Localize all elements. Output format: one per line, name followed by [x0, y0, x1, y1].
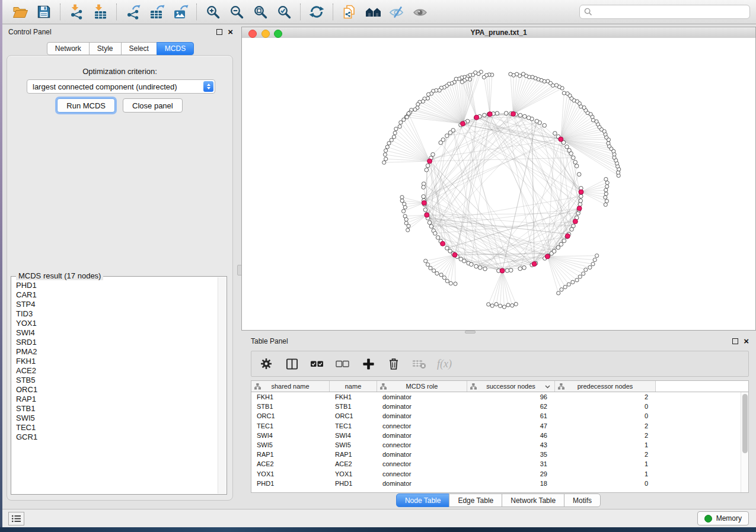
search-windows-icon[interactable]	[361, 2, 385, 22]
table-scrollbar[interactable]	[741, 392, 748, 492]
table-row[interactable]: ORC1ORC1dominator610	[251, 411, 748, 421]
table-cell[interactable]: 47	[467, 422, 555, 430]
table-row[interactable]: YOX1YOX1connector291	[251, 469, 748, 479]
table-cell[interactable]: 2	[555, 432, 656, 439]
table-cell[interactable]: dominator	[377, 393, 467, 400]
table-cell[interactable]: TEC1	[251, 422, 330, 430]
column-header-shared-name[interactable]: shared name	[251, 381, 330, 392]
refresh-icon[interactable]	[305, 2, 328, 22]
select-all-rows-icon[interactable]	[310, 356, 325, 371]
table-row[interactable]: STB1STB1dominator620	[251, 402, 748, 411]
table-cell[interactable]: dominator	[377, 403, 467, 410]
show-columns-icon[interactable]	[284, 356, 299, 371]
export-image-icon[interactable]	[168, 2, 192, 22]
zoom-out-icon[interactable]	[225, 2, 248, 22]
result-item[interactable]: STP4	[12, 299, 218, 309]
table-cell[interactable]: ACE2	[251, 460, 330, 467]
table-cell[interactable]: STB1	[330, 403, 377, 410]
tab-node-table[interactable]: Node Table	[396, 493, 450, 507]
table-cell[interactable]: connector	[377, 470, 467, 477]
zoom-selected-icon[interactable]	[272, 2, 296, 22]
result-item[interactable]: ACE2	[12, 366, 218, 375]
table-cell[interactable]: FKH1	[330, 393, 377, 400]
table-row[interactable]: SWI5SWI5connector431	[251, 440, 748, 450]
close-panel-button[interactable]: Close panel	[123, 98, 183, 113]
table-cell[interactable]: 61	[467, 412, 555, 419]
result-item[interactable]: SRD1	[12, 337, 218, 347]
memory-button[interactable]: Memory	[697, 511, 749, 525]
result-item[interactable]: SWI5	[12, 413, 218, 422]
table-cell[interactable]: FKH1	[251, 393, 330, 400]
table-cell[interactable]: 2	[555, 451, 656, 458]
table-cell[interactable]: 31	[467, 460, 555, 467]
result-item[interactable]: SWI4	[12, 328, 218, 337]
table-row[interactable]: RAP1RAP1dominator352	[251, 450, 748, 459]
result-item[interactable]: RAP1	[12, 394, 218, 403]
table-cell[interactable]: SWI5	[251, 441, 330, 448]
table-row[interactable]: SWI4SWI4dominator462	[251, 431, 748, 440]
open-file-icon[interactable]	[8, 2, 32, 22]
table-cell[interactable]: 0	[555, 480, 656, 487]
result-item[interactable]: ORC1	[12, 384, 218, 394]
import-table-icon[interactable]	[88, 2, 112, 22]
table-options-gear-icon[interactable]	[259, 356, 274, 371]
export-network-icon[interactable]	[121, 2, 145, 22]
result-item[interactable]: TID3	[12, 309, 218, 318]
tab-edge-table[interactable]: Edge Table	[449, 493, 502, 507]
hide-graphics-details-icon[interactable]	[385, 2, 409, 22]
tab-motifs[interactable]: Motifs	[564, 493, 601, 507]
delete-rows-icon[interactable]	[386, 356, 401, 371]
table-cell[interactable]: 1	[555, 460, 656, 467]
search-input[interactable]	[579, 5, 750, 19]
table-row[interactable]: PHD1PHD1dominator180	[251, 479, 748, 488]
table-cell[interactable]: 43	[467, 441, 555, 448]
table-cell[interactable]: connector	[377, 441, 467, 448]
table-cell[interactable]: ACE2	[330, 460, 377, 467]
table-cell[interactable]: dominator	[377, 451, 467, 458]
table-cell[interactable]: dominator	[377, 480, 467, 487]
table-cell[interactable]: connector	[377, 422, 467, 430]
zoom-fit-icon[interactable]	[248, 2, 272, 22]
table-cell[interactable]: RAP1	[251, 451, 330, 458]
table-cell[interactable]: 62	[467, 403, 555, 410]
table-cell[interactable]: STB1	[251, 403, 330, 410]
table-cell[interactable]: 0	[555, 412, 656, 419]
node-table[interactable]: shared namenameMCDS rolesuccessor nodesp…	[251, 380, 749, 493]
table-cell[interactable]: 29	[467, 470, 555, 477]
table-cell[interactable]: dominator	[377, 412, 467, 419]
table-cell[interactable]: YOX1	[330, 470, 377, 477]
table-cell[interactable]: SWI4	[251, 432, 330, 439]
column-header-predecessor-nodes[interactable]: predecessor nodes	[555, 381, 656, 392]
table-cell[interactable]: SWI4	[330, 432, 377, 439]
tab-network[interactable]: Network	[47, 42, 90, 55]
result-item[interactable]: STB1	[12, 403, 218, 413]
table-cell[interactable]: TEC1	[330, 422, 377, 430]
close-window-icon[interactable]	[248, 30, 257, 38]
column-header-successor-nodes[interactable]: successor nodes	[467, 381, 555, 392]
table-row[interactable]: ACE2ACE2connector311	[251, 459, 748, 469]
status-list-button[interactable]	[8, 512, 24, 525]
tab-network-table[interactable]: Network Table	[502, 493, 564, 507]
result-item[interactable]: PHD1	[12, 280, 218, 290]
table-row[interactable]: TEC1TEC1connector472	[251, 421, 748, 431]
zoom-in-icon[interactable]	[201, 2, 225, 22]
network-canvas[interactable]	[242, 38, 755, 330]
delete-table-icon[interactable]	[412, 356, 427, 371]
table-scrollbar-thumb[interactable]	[742, 394, 748, 453]
table-cell[interactable]: 2	[555, 422, 656, 430]
run-mcds-button[interactable]: Run MCDS	[57, 98, 115, 113]
result-item[interactable]: TEC1	[12, 422, 218, 432]
tab-style[interactable]: Style	[89, 42, 122, 55]
table-cell[interactable]: 2	[555, 393, 656, 400]
table-cell[interactable]: 35	[467, 451, 555, 458]
optimization-criterion-select[interactable]: largest connected component (undirected)	[27, 79, 215, 94]
table-cell[interactable]: 96	[467, 393, 555, 400]
import-network-icon[interactable]	[65, 2, 88, 22]
deselect-all-rows-icon[interactable]	[335, 356, 350, 371]
table-cell[interactable]: SWI5	[330, 441, 377, 448]
float-panel-icon[interactable]	[216, 29, 222, 35]
result-item[interactable]: YOX1	[12, 318, 218, 328]
table-cell[interactable]: 0	[555, 403, 656, 410]
result-item[interactable]: PMA2	[12, 347, 218, 356]
table-cell[interactable]: dominator	[377, 432, 467, 439]
